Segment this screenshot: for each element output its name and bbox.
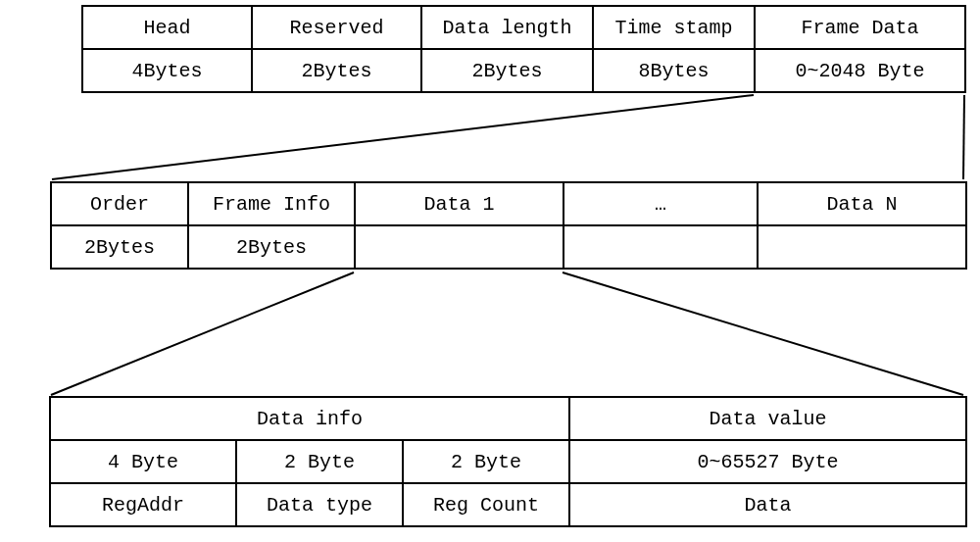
- t1-h2: Data length: [421, 6, 593, 49]
- t1-v3: 8Bytes: [593, 49, 755, 92]
- data-detail-table: Data info Data value 4 Byte 2 Byte 2 Byt…: [49, 396, 967, 527]
- t1-h4: Frame Data: [755, 6, 965, 49]
- svg-line-3: [563, 272, 963, 395]
- table-row: Order Frame Info Data 1 … Data N: [51, 182, 966, 225]
- t1-h0: Head: [82, 6, 252, 49]
- t3-f1: Data type: [236, 483, 403, 526]
- t3-s1: 2 Byte: [236, 440, 403, 483]
- t2-h0: Order: [51, 182, 188, 225]
- t3-f0: RegAddr: [50, 483, 236, 526]
- t1-v0: 4Bytes: [82, 49, 252, 92]
- t2-v0: 2Bytes: [51, 225, 188, 269]
- t3-s3: 0~65527 Byte: [569, 440, 966, 483]
- t2-v2: [355, 225, 564, 269]
- t2-h4: Data N: [758, 182, 966, 225]
- t3-g0: Data info: [50, 397, 569, 440]
- t3-s2: 2 Byte: [403, 440, 569, 483]
- table-row: 2Bytes 2Bytes: [51, 225, 966, 269]
- t1-h1: Reserved: [252, 6, 421, 49]
- t3-s0: 4 Byte: [50, 440, 236, 483]
- t2-h1: Frame Info: [188, 182, 355, 225]
- t2-h2: Data 1: [355, 182, 564, 225]
- t2-v4: [758, 225, 966, 269]
- t3-g1: Data value: [569, 397, 966, 440]
- t1-v4: 0~2048 Byte: [755, 49, 965, 92]
- connector-line-icon: [49, 93, 970, 181]
- table-row: Data info Data value: [50, 397, 966, 440]
- t1-v2: 2Bytes: [421, 49, 593, 92]
- t1-h3: Time stamp: [593, 6, 755, 49]
- table-row: 4Bytes 2Bytes 2Bytes 8Bytes 0~2048 Byte: [82, 49, 965, 92]
- t3-f2: Reg Count: [403, 483, 569, 526]
- frame-data-table: Order Frame Info Data 1 … Data N 2Bytes …: [50, 181, 967, 270]
- t3-f3: Data: [569, 483, 966, 526]
- svg-line-1: [963, 95, 964, 179]
- connector-line-icon: [49, 271, 970, 398]
- t1-v1: 2Bytes: [252, 49, 421, 92]
- t2-v1: 2Bytes: [188, 225, 355, 269]
- frame-header-table: Head Reserved Data length Time stamp Fra…: [81, 5, 966, 93]
- table-row: 4 Byte 2 Byte 2 Byte 0~65527 Byte: [50, 440, 966, 483]
- table-row: Head Reserved Data length Time stamp Fra…: [82, 6, 965, 49]
- t2-h3: …: [564, 182, 758, 225]
- svg-line-0: [52, 95, 754, 179]
- table-row: RegAddr Data type Reg Count Data: [50, 483, 966, 526]
- svg-line-2: [51, 272, 354, 395]
- t2-v3: [564, 225, 758, 269]
